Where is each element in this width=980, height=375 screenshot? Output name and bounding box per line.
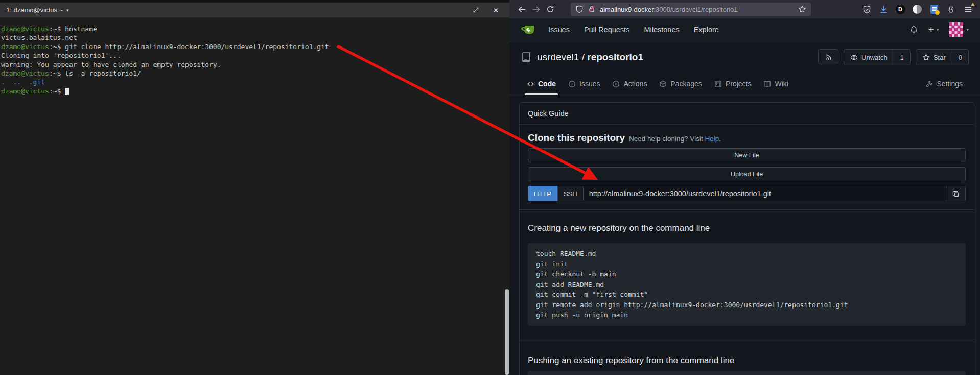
url-text[interactable]: almalinux9-docker:3000/usrdevel1/reposit… xyxy=(600,6,738,13)
menu-icon[interactable] xyxy=(963,4,973,14)
settings-icon xyxy=(925,80,933,88)
quick-guide-title: Quick Guide xyxy=(520,103,974,125)
shield-check-icon[interactable] xyxy=(861,4,872,14)
create-repo-section: Creating a new repository on the command… xyxy=(520,209,974,342)
tab-label: Actions xyxy=(623,80,647,88)
gitea-navbar: IssuesPull RequestsMilestonesExplore +▾ … xyxy=(509,18,980,41)
star-button[interactable]: Star xyxy=(916,50,952,65)
wiki-icon xyxy=(763,80,771,88)
shield-icon[interactable] xyxy=(575,5,584,13)
download-complete-badge xyxy=(971,3,975,6)
browser-window: almalinux9-docker:3000/usrdevel1/reposit… xyxy=(509,0,980,375)
back-icon[interactable] xyxy=(515,2,529,16)
url-bar[interactable]: almalinux9-docker:3000/usrdevel1/reposit… xyxy=(571,3,811,16)
tab-settings[interactable]: Settings xyxy=(919,80,969,95)
terminal-line: dzamo@victus:~$ ls -a repositorio1/ xyxy=(1,69,509,78)
tab-label: Projects xyxy=(726,80,752,88)
bell-icon[interactable] xyxy=(909,26,918,34)
chevron-down-icon: ▾ xyxy=(966,27,969,32)
clone-help-text: Need help cloning? Visit Help. xyxy=(629,135,721,143)
star-button-group: Star 0 xyxy=(916,49,969,65)
clone-url-input[interactable]: http://almalinux9-docker:3000/usrdevel1/… xyxy=(584,186,946,201)
terminal-title-text: 1: dzamo@victus:~ xyxy=(6,6,63,14)
actions-icon xyxy=(612,80,620,88)
tab-label: Wiki xyxy=(775,80,788,88)
help-link[interactable]: Help xyxy=(705,135,719,143)
browser-toolbar: almalinux9-docker:3000/usrdevel1/reposit… xyxy=(509,0,980,18)
create-repo-code-block[interactable]: touch README.md git init git checkout -b… xyxy=(528,243,966,326)
nav-link-milestones[interactable]: Milestones xyxy=(637,26,686,34)
terminal-line: warning: You appear to have cloned an em… xyxy=(1,60,509,69)
document-extension-icon[interactable] xyxy=(929,4,939,14)
clone-url-row: HTTP SSH http://almalinux9-docker:3000/u… xyxy=(528,186,966,201)
quick-guide-panel: Quick Guide Clone this repository Need h… xyxy=(519,102,974,375)
tab-wiki[interactable]: Wiki xyxy=(757,80,794,95)
packages-icon xyxy=(659,80,667,88)
unwatch-button[interactable]: Unwatch xyxy=(844,50,894,65)
lock-slash-icon[interactable] xyxy=(588,5,596,13)
copy-icon[interactable] xyxy=(946,186,966,201)
tab-projects[interactable]: Projects xyxy=(708,80,758,95)
refresh-icon[interactable] xyxy=(543,2,557,16)
push-repo-code-block[interactable] xyxy=(528,371,966,375)
tab-label: Issues xyxy=(579,80,600,88)
restore-icon[interactable] xyxy=(472,6,480,14)
repo-tabs: CodeIssuesActionsPackagesProjectsWikiSet… xyxy=(509,72,980,95)
terminal-line: dzamo@victus:~$ git clone http://almalin… xyxy=(1,42,509,51)
tab-actions[interactable]: Actions xyxy=(606,80,653,95)
close-icon[interactable]: × xyxy=(492,6,500,14)
dark-reader-extension-icon[interactable] xyxy=(912,4,922,14)
push-repo-section: Pushing an existing repository from the … xyxy=(520,342,974,375)
tab-packages[interactable]: Packages xyxy=(653,80,708,95)
tab-label: Settings xyxy=(937,80,963,88)
create-new-button[interactable]: +▾ xyxy=(928,24,939,35)
terminal-cursor xyxy=(65,88,69,95)
nav-link-pull-requests[interactable]: Pull Requests xyxy=(577,26,637,34)
nav-link-issues[interactable]: Issues xyxy=(541,26,577,34)
http-protocol-button[interactable]: HTTP xyxy=(528,186,557,201)
d-letter-extension-icon[interactable]: D xyxy=(895,4,905,14)
bookmark-star-icon[interactable] xyxy=(798,5,806,13)
clone-section: Clone this repository Need help cloning?… xyxy=(520,125,974,209)
gitea-logo[interactable] xyxy=(521,22,536,37)
terminal-line: victus.balaitus.net xyxy=(1,33,509,42)
stars-count[interactable]: 0 xyxy=(952,50,968,65)
terminal-line: dzamo@victus:~$ hostname xyxy=(1,25,509,33)
upload-file-button[interactable]: Upload File xyxy=(528,167,966,181)
projects-icon xyxy=(714,80,722,88)
create-repo-heading: Creating a new repository on the command… xyxy=(528,223,966,233)
gitea-page: IssuesPull RequestsMilestonesExplore +▾ … xyxy=(509,18,980,375)
ssh-protocol-button[interactable]: SSH xyxy=(557,186,584,201)
repo-icon xyxy=(521,52,532,63)
tab-label: Code xyxy=(538,80,556,88)
navbar-links: IssuesPull RequestsMilestonesExplore xyxy=(541,26,726,34)
watch-button-group: Unwatch 1 xyxy=(844,49,911,65)
code-icon xyxy=(527,80,534,88)
clone-heading: Clone this repository xyxy=(528,132,625,144)
user-menu[interactable]: ▾ xyxy=(949,22,969,37)
terminal-scrollbar[interactable] xyxy=(505,289,509,375)
repo-header: usrdevel1 / repositorio1 Unwatch 1 xyxy=(509,41,980,72)
repo-title: usrdevel1 / repositorio1 xyxy=(537,52,643,63)
puzzle-icon[interactable] xyxy=(946,4,956,14)
extension-icons: D xyxy=(861,4,975,14)
repo-name[interactable]: repositorio1 xyxy=(587,52,643,62)
terminal-line: . .. .git xyxy=(1,78,509,86)
tab-label: Packages xyxy=(670,80,702,88)
rss-button[interactable] xyxy=(818,49,838,64)
repo-owner[interactable]: usrdevel1 xyxy=(537,52,579,62)
terminal-line: Cloning into 'repositorio1'... xyxy=(1,51,509,60)
terminal-line: dzamo@victus:~$ xyxy=(1,87,509,96)
terminal-window: 1: dzamo@victus:~ ▾ × dzamo@victus:~$ ho… xyxy=(0,0,509,375)
terminal-output[interactable]: dzamo@victus:~$ hostnamevictus.balaitus.… xyxy=(0,17,509,96)
new-file-button[interactable]: New File xyxy=(528,148,966,162)
forward-icon[interactable] xyxy=(529,2,543,16)
chevron-down-icon[interactable]: ▾ xyxy=(66,8,69,13)
tab-code[interactable]: Code xyxy=(521,80,562,95)
download-icon[interactable] xyxy=(878,4,889,14)
screen: 1: dzamo@victus:~ ▾ × dzamo@victus:~$ ho… xyxy=(0,0,980,375)
tab-issues[interactable]: Issues xyxy=(562,80,606,95)
push-repo-heading: Pushing an existing repository from the … xyxy=(528,356,966,366)
watchers-count[interactable]: 1 xyxy=(894,50,910,65)
nav-link-explore[interactable]: Explore xyxy=(687,26,726,34)
